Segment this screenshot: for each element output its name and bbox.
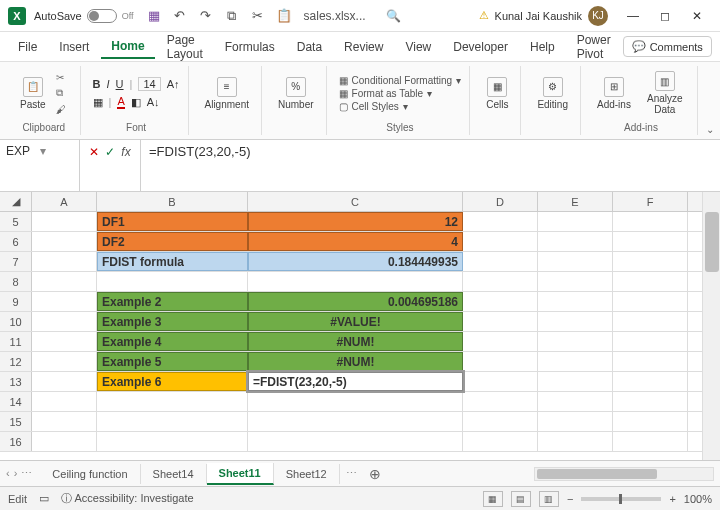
- cut-icon[interactable]: ✂: [250, 8, 266, 24]
- cell[interactable]: [32, 412, 97, 431]
- cell[interactable]: [613, 252, 688, 271]
- page-break-view-icon[interactable]: ▥: [539, 491, 559, 507]
- cell[interactable]: 4: [248, 232, 463, 251]
- cell-styles-button[interactable]: ▢Cell Styles▾: [339, 101, 462, 112]
- column-header[interactable]: A: [32, 192, 97, 211]
- chevron-down-icon[interactable]: ▾: [40, 144, 74, 158]
- fill-color-icon[interactable]: ◧: [131, 96, 141, 109]
- cell[interactable]: [248, 392, 463, 411]
- cell[interactable]: Example 5: [97, 352, 248, 371]
- user-account[interactable]: ⚠ Kunal Jai Kaushik KJ: [479, 6, 608, 26]
- cell[interactable]: [248, 272, 463, 291]
- tab-home[interactable]: Home: [101, 35, 154, 59]
- cell[interactable]: [463, 412, 538, 431]
- cell[interactable]: [97, 412, 248, 431]
- cell[interactable]: [613, 272, 688, 291]
- cell[interactable]: [538, 352, 613, 371]
- increase-font-icon[interactable]: A↑: [167, 78, 180, 90]
- cell[interactable]: [538, 232, 613, 251]
- cell[interactable]: [463, 372, 538, 391]
- cell[interactable]: =FDIST(23,20,-5): [248, 372, 463, 391]
- toggle-icon[interactable]: [87, 9, 117, 23]
- column-header[interactable]: E: [538, 192, 613, 211]
- tab-review[interactable]: Review: [334, 36, 393, 58]
- row-header[interactable]: 10: [0, 312, 32, 331]
- addins-button[interactable]: ⊞ Add-ins: [593, 75, 635, 112]
- analyze-data-button[interactable]: ▥ Analyze Data: [641, 69, 689, 117]
- cut-icon[interactable]: ✂: [56, 70, 72, 84]
- cell[interactable]: [463, 392, 538, 411]
- column-header[interactable]: F: [613, 192, 688, 211]
- sheet-tab[interactable]: Ceiling function: [40, 464, 140, 484]
- cell[interactable]: #NUM!: [248, 352, 463, 371]
- border-icon[interactable]: ▦: [93, 96, 103, 109]
- stats-icon[interactable]: ▭: [39, 492, 49, 505]
- italic-button[interactable]: I: [107, 78, 110, 90]
- sheet-tab[interactable]: Sheet14: [141, 464, 207, 484]
- maximize-button[interactable]: ◻: [650, 4, 680, 28]
- tab-page-layout[interactable]: Page Layout: [157, 29, 213, 65]
- cell[interactable]: [463, 232, 538, 251]
- cell[interactable]: 0.004695186: [248, 292, 463, 311]
- cell[interactable]: FDIST formula: [97, 252, 248, 271]
- column-header[interactable]: B: [97, 192, 248, 211]
- row-header[interactable]: 14: [0, 392, 32, 411]
- sheet-nav-more-icon[interactable]: ⋯: [346, 467, 357, 480]
- cell[interactable]: [463, 252, 538, 271]
- scrollbar-thumb[interactable]: [537, 469, 657, 479]
- close-button[interactable]: ✕: [682, 4, 712, 28]
- cell[interactable]: Example 2: [97, 292, 248, 311]
- cell[interactable]: DF1: [97, 212, 248, 231]
- cell[interactable]: [538, 372, 613, 391]
- underline-button[interactable]: U: [116, 78, 124, 90]
- cell[interactable]: [538, 252, 613, 271]
- sheet-nav-next-icon[interactable]: ›: [14, 467, 18, 480]
- cell[interactable]: [32, 292, 97, 311]
- zoom-in-icon[interactable]: +: [669, 493, 675, 505]
- comments-button[interactable]: 💬 Comments: [623, 36, 712, 57]
- cell[interactable]: [538, 272, 613, 291]
- row-header[interactable]: 7: [0, 252, 32, 271]
- cell[interactable]: [538, 312, 613, 331]
- editing-button[interactable]: ⚙ Editing: [533, 75, 572, 112]
- cell[interactable]: [613, 212, 688, 231]
- cell[interactable]: [538, 212, 613, 231]
- cell[interactable]: 0.184449935: [248, 252, 463, 271]
- sheet-nav-more-icon[interactable]: ⋯: [21, 467, 32, 480]
- normal-view-icon[interactable]: ▦: [483, 491, 503, 507]
- cell[interactable]: [538, 432, 613, 451]
- tab-insert[interactable]: Insert: [49, 36, 99, 58]
- cell[interactable]: [613, 392, 688, 411]
- cell[interactable]: [613, 372, 688, 391]
- add-sheet-button[interactable]: ⊕: [369, 466, 381, 482]
- cell[interactable]: [32, 352, 97, 371]
- cell[interactable]: 12: [248, 212, 463, 231]
- tab-developer[interactable]: Developer: [443, 36, 518, 58]
- cell[interactable]: [32, 212, 97, 231]
- accept-formula-icon[interactable]: ✓: [105, 145, 115, 159]
- cell[interactable]: #VALUE!: [248, 312, 463, 331]
- cells-button[interactable]: ▦ Cells: [482, 75, 512, 112]
- tab-formulas[interactable]: Formulas: [215, 36, 285, 58]
- paste-button[interactable]: 📋 Paste: [16, 75, 50, 112]
- row-header[interactable]: 9: [0, 292, 32, 311]
- cell[interactable]: [613, 352, 688, 371]
- column-header[interactable]: C: [248, 192, 463, 211]
- scrollbar-thumb[interactable]: [705, 212, 719, 272]
- cell[interactable]: Example 6: [97, 372, 248, 391]
- alignment-button[interactable]: ≡ Alignment: [201, 75, 253, 112]
- cell[interactable]: [463, 312, 538, 331]
- cell[interactable]: [248, 412, 463, 431]
- decrease-font-icon[interactable]: A↓: [147, 96, 160, 108]
- row-header[interactable]: 5: [0, 212, 32, 231]
- tab-file[interactable]: File: [8, 36, 47, 58]
- copy-icon[interactable]: ⧉: [224, 8, 240, 24]
- row-header[interactable]: 13: [0, 372, 32, 391]
- name-box[interactable]: EXP ▾: [0, 140, 80, 191]
- cell[interactable]: [538, 412, 613, 431]
- row-header[interactable]: 12: [0, 352, 32, 371]
- copy-icon[interactable]: ⧉: [56, 86, 72, 100]
- format-as-table-button[interactable]: ▦Format as Table▾: [339, 88, 462, 99]
- cell[interactable]: [32, 272, 97, 291]
- search-icon[interactable]: 🔍: [386, 9, 401, 23]
